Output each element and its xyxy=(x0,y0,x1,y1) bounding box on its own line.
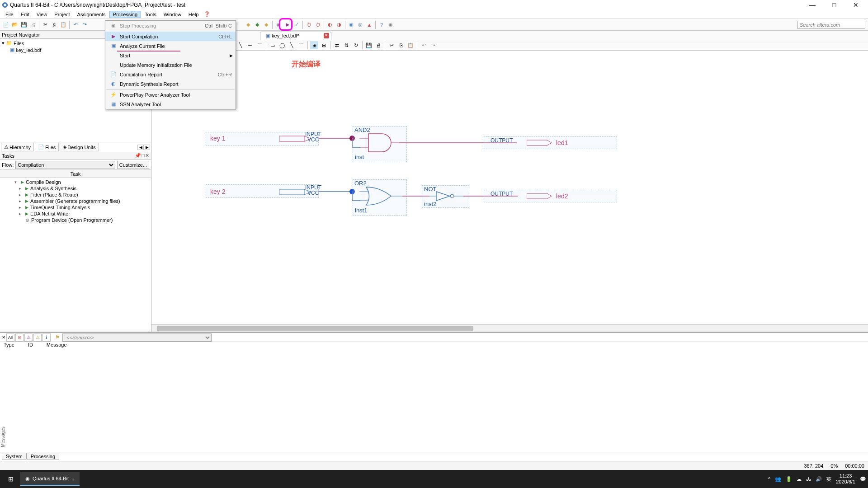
expand-icon[interactable]: ▸ xyxy=(19,211,24,216)
or-gate-symbol[interactable] xyxy=(359,186,405,206)
msg-tab-processing[interactable]: Processing xyxy=(27,453,59,460)
rubber-icon[interactable]: ⊞ xyxy=(310,41,318,49)
oval-icon[interactable]: ◯ xyxy=(278,41,286,49)
dd-start-compilation[interactable]: ▶ Start Compilation Ctrl+L xyxy=(105,32,236,41)
and-gate-symbol[interactable] xyxy=(359,133,400,153)
schematic-canvas[interactable]: 开始编译 key 1 INPUT VCC AND2 inst xyxy=(151,51,868,324)
tool-icon[interactable]: ◆ xyxy=(244,21,252,29)
tool-icon[interactable]: ✓ xyxy=(292,21,301,29)
save-icon[interactable]: 💾 xyxy=(20,21,28,29)
arc-icon[interactable]: ⌒ xyxy=(255,41,264,49)
partial-icon[interactable]: ⊟ xyxy=(320,41,328,49)
help-icon[interactable]: ? xyxy=(377,21,386,29)
nav-right-icon[interactable]: ▶ xyxy=(144,145,150,150)
tool-icon[interactable]: ◆ xyxy=(253,21,261,29)
dd-compilation-report[interactable]: 📄 Compilation Report Ctrl+R xyxy=(105,70,236,79)
print-icon[interactable]: 🖨 xyxy=(29,21,37,29)
tool-icon[interactable]: ◆ xyxy=(262,21,270,29)
copy-icon[interactable]: ⎘ xyxy=(50,21,58,29)
print-icon[interactable]: 🖨 xyxy=(374,41,382,49)
menu-view[interactable]: View xyxy=(33,11,51,18)
menu-project[interactable]: Project xyxy=(51,11,73,18)
redo-icon[interactable]: ↷ xyxy=(80,21,89,29)
tray-up-icon[interactable]: ^ xyxy=(768,476,770,482)
message-search[interactable]: <<Search>> xyxy=(62,333,212,342)
dd-dynamic-synthesis[interactable]: ◐ Dynamic Synthesis Report xyxy=(105,79,236,89)
not-gate-symbol[interactable] xyxy=(429,191,466,202)
diagonal-icon[interactable]: ╲ xyxy=(236,41,245,49)
tool-icon[interactable]: ▲ xyxy=(365,21,373,29)
tray-volume-icon[interactable]: 🔊 xyxy=(816,476,822,482)
expand-icon[interactable]: ▸ xyxy=(19,205,24,210)
expand-icon[interactable]: ▸ xyxy=(19,192,24,197)
task-fitter[interactable]: ▸ ▶ Fitter (Place & Route) xyxy=(1,192,150,198)
tool-icon[interactable]: ◑ xyxy=(335,21,343,29)
close-panel-icon[interactable]: ✕ xyxy=(145,153,149,159)
tray-network-icon[interactable]: 🖧 xyxy=(806,476,811,482)
pin-icon[interactable]: 📌 xyxy=(135,153,141,159)
minimize-button[interactable]: — xyxy=(806,1,819,9)
dd-update-memory[interactable]: Update Memory Initialization File xyxy=(105,60,236,70)
tab-close-button[interactable]: ✕ xyxy=(324,33,329,38)
tab-files[interactable]: 📄Files xyxy=(35,143,59,151)
filter-warning-icon[interactable]: ⚠ xyxy=(33,333,42,342)
flip-h-icon[interactable]: ⇄ xyxy=(333,41,341,49)
dd-analyze-current-file[interactable]: ▣ Analyze Current File xyxy=(105,41,236,51)
open-icon[interactable]: 📂 xyxy=(11,21,19,29)
tab-hierarchy[interactable]: ⚠Hierarchy xyxy=(1,143,34,151)
flip-v-icon[interactable]: ⇅ xyxy=(342,41,350,49)
task-analysis-synthesis[interactable]: ▸ ▶ Analysis & Synthesis xyxy=(1,185,150,192)
dd-start-submenu[interactable]: Start ▶ xyxy=(105,51,236,60)
dd-powerplay[interactable]: ⚡ PowerPlay Power Analyzer Tool xyxy=(105,90,236,99)
nav-left-icon[interactable]: ◀ xyxy=(137,145,144,150)
expand-icon[interactable]: ▸ xyxy=(19,199,24,203)
arc-icon[interactable]: ⌒ xyxy=(297,41,305,49)
editor-scrollbar-h[interactable] xyxy=(151,324,868,332)
paste-icon[interactable]: 📋 xyxy=(59,21,67,29)
redo-icon[interactable]: ↷ xyxy=(429,41,437,49)
tray-clock[interactable]: 11:23 2020/6/1 xyxy=(836,473,855,485)
filter-error-icon[interactable]: ⊘ xyxy=(15,333,24,342)
tray-battery-icon[interactable]: 🔋 xyxy=(786,476,792,482)
line-icon[interactable]: ╲ xyxy=(288,41,296,49)
menu-edit[interactable]: Edit xyxy=(17,11,33,18)
undo-icon[interactable]: ↶ xyxy=(420,41,428,49)
collapse-icon[interactable]: ▾ xyxy=(14,180,19,184)
maximize-icon[interactable]: □ xyxy=(142,153,145,159)
msg-tab-system[interactable]: System xyxy=(2,453,27,460)
cut-icon[interactable]: ✂ xyxy=(41,21,49,29)
dd-stop-processing[interactable]: ◉ Stop Processing Ctrl+Shift+C xyxy=(105,21,236,30)
tab-design-units[interactable]: ◈Design Units xyxy=(60,143,99,151)
close-icon[interactable]: ✕ xyxy=(2,335,5,340)
menu-processing[interactable]: Processing xyxy=(109,11,141,18)
wire[interactable] xyxy=(352,137,360,148)
output-pin-symbol[interactable] xyxy=(527,139,558,146)
flag-icon[interactable]: ⚑ xyxy=(55,334,60,340)
task-program-device[interactable]: ⚙ Program Device (Open Programmer) xyxy=(1,217,150,223)
editor-tab-keyled[interactable]: ▣ key_led.bdf* ✕ xyxy=(260,32,331,40)
task-timequest[interactable]: ▸ ▶ TimeQuest Timing Analysis xyxy=(1,204,150,211)
filter-all[interactable]: All xyxy=(6,333,14,342)
compile-icon[interactable]: ▶ xyxy=(283,21,292,29)
tray-onedrive-icon[interactable]: ☁ xyxy=(797,476,802,482)
tray-ime[interactable]: 英 xyxy=(826,476,831,483)
menu-window[interactable]: Window xyxy=(160,11,185,18)
flow-select[interactable]: Compilation xyxy=(15,161,115,169)
undo-icon[interactable]: ↶ xyxy=(71,21,80,29)
rect-icon[interactable]: ▭ xyxy=(269,41,277,49)
dd-ssn-analyzer[interactable]: ▦ SSN Analyzer Tool xyxy=(105,99,236,109)
start-button[interactable]: ⊞ xyxy=(2,472,20,486)
paste-icon[interactable]: 📋 xyxy=(406,41,415,49)
tray-notifications-icon[interactable]: 💬 xyxy=(860,476,866,482)
message-list[interactable] xyxy=(0,350,868,452)
task-tree[interactable]: ▾ ▶ Compile Design ▸ ▶ Analysis & Synthe… xyxy=(0,178,151,332)
help-icon[interactable]: ❓ xyxy=(204,11,210,17)
tool-icon[interactable]: ◉ xyxy=(387,21,395,29)
timing-icon[interactable]: ⏱ xyxy=(314,21,322,29)
stop-icon[interactable]: ◉ xyxy=(274,21,283,29)
task-eda-netlist[interactable]: ▸ ▶ EDA Netlist Writer xyxy=(1,211,150,217)
expand-icon[interactable]: ▾ xyxy=(2,40,5,46)
output-pin-symbol[interactable] xyxy=(527,192,558,200)
customize-button[interactable]: Customize... xyxy=(117,161,149,169)
close-button[interactable]: ✕ xyxy=(849,1,863,9)
